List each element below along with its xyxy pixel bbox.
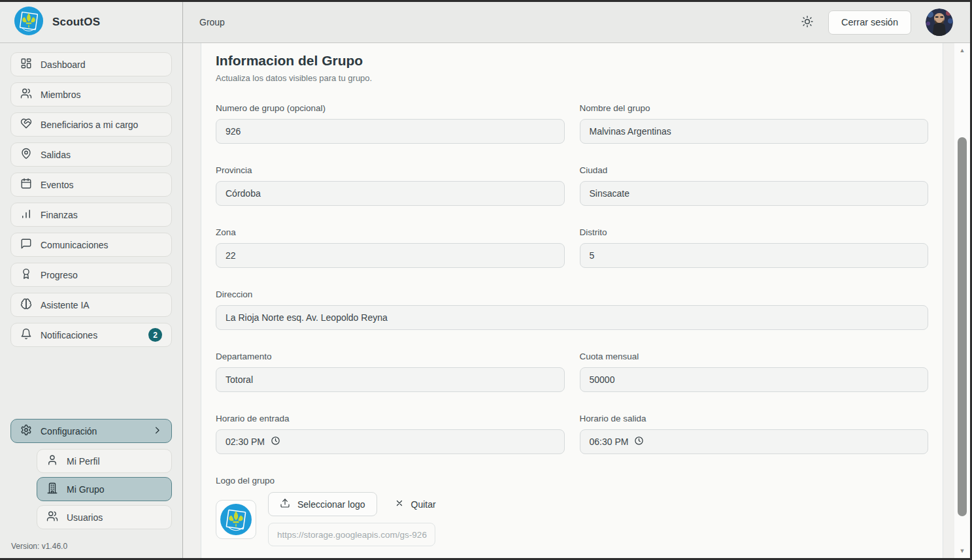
logout-button[interactable]: Cerrar sesión <box>828 10 911 35</box>
app-window: ScoutOS Group Cerrar sesión <box>0 0 972 560</box>
settings-group: Configuración Mi Perfil Mi Grupo Usuario… <box>10 419 172 529</box>
sidebar-item-comunicaciones[interactable]: Comunicaciones <box>10 233 172 257</box>
monthly-fee-input[interactable] <box>580 367 929 392</box>
app-name: ScoutOS <box>52 16 100 29</box>
theme-toggle-button[interactable] <box>801 15 814 30</box>
page-title: Informacion del Grupo <box>216 53 928 69</box>
main-content: Informacion del Grupo Actualiza los dato… <box>183 43 970 558</box>
remove-logo-button[interactable]: Quitar <box>395 499 436 510</box>
address-input[interactable] <box>216 305 928 330</box>
page-subtitle: Actualiza los datos visibles para tu gru… <box>216 73 928 83</box>
select-logo-button[interactable]: Seleccionar logo <box>268 492 377 516</box>
sidebar-item-beneficiarios[interactable]: Beneficiarios a mi cargo <box>10 112 172 137</box>
group-number-input[interactable] <box>216 119 565 144</box>
sidebar-item-notificaciones[interactable]: Notificaciones 2 <box>10 323 172 347</box>
field-label-numero: Numero de grupo (opcional) <box>216 103 565 113</box>
zone-input[interactable] <box>216 243 565 268</box>
field-label-cuota: Cuota mensual <box>580 352 929 361</box>
heart-handshake-icon <box>20 118 32 131</box>
group-name-input[interactable] <box>580 119 929 144</box>
users-icon <box>46 510 58 524</box>
sidebar-item-progreso[interactable]: Progreso <box>10 263 172 287</box>
upload-icon <box>280 498 290 510</box>
sidebar-item-asistente-ia[interactable]: Asistente IA <box>10 293 172 317</box>
sidebar-item-eventos[interactable]: Eventos <box>10 173 172 197</box>
user-icon <box>46 454 58 468</box>
sun-icon <box>801 15 814 30</box>
field-label-departamento: Departamento <box>216 352 565 361</box>
bar-chart-icon <box>20 208 32 222</box>
bell-icon <box>20 328 32 342</box>
group-form-card: Informacion del Grupo Actualiza los dato… <box>201 43 943 558</box>
clock-icon <box>634 436 644 448</box>
province-input[interactable] <box>216 181 565 206</box>
body: Dashboard Miembros Beneficiarios a mi ca… <box>0 43 970 558</box>
calendar-icon <box>20 178 32 191</box>
field-label-entrada: Horario de entrada <box>216 414 565 423</box>
gear-icon <box>20 424 32 438</box>
field-label-nombre: Nombre del grupo <box>580 103 929 113</box>
breadcrumb: Group <box>199 17 225 27</box>
sidebar-item-finanzas[interactable]: Finanzas <box>10 203 172 227</box>
topbar: Group Cerrar sesión <box>183 2 970 42</box>
sidebar-item-mi-grupo[interactable]: Mi Grupo <box>37 477 172 501</box>
sidebar-item-mi-perfil[interactable]: Mi Perfil <box>37 449 172 473</box>
field-label-zona: Zona <box>216 227 565 237</box>
field-label-provincia: Provincia <box>216 165 565 175</box>
header: ScoutOS Group Cerrar sesión <box>0 2 970 43</box>
sidebar-item-usuarios[interactable]: Usuarios <box>37 505 172 529</box>
members-icon <box>20 88 32 101</box>
chevron-right-icon <box>152 425 162 437</box>
group-logo-thumbnail[interactable] <box>216 500 256 539</box>
building-icon <box>46 482 58 496</box>
scroll-up-arrow[interactable]: ▲ <box>954 45 970 56</box>
sidebar-item-configuracion[interactable]: Configuración <box>10 419 172 443</box>
sidebar-item-miembros[interactable]: Miembros <box>10 82 172 107</box>
award-icon <box>20 268 32 282</box>
logo-url-input[interactable]: https://storage.googleapis.com/gs-926 <box>268 523 435 546</box>
clock-icon <box>271 436 280 448</box>
field-label-logo: Logo del grupo <box>216 476 928 486</box>
avatar[interactable] <box>926 8 953 36</box>
scrollbar[interactable]: ▲ ▼ <box>954 43 970 558</box>
department-input[interactable] <box>216 367 565 392</box>
field-label-ciudad: Ciudad <box>580 165 929 175</box>
dashboard-icon <box>20 58 32 71</box>
topbar-actions: Cerrar sesión <box>801 8 953 36</box>
exit-time-input[interactable]: 06:30 PM <box>580 429 929 454</box>
close-icon <box>395 499 404 510</box>
district-input[interactable] <box>580 243 929 268</box>
sidebar: Dashboard Miembros Beneficiarios a mi ca… <box>0 43 183 558</box>
city-input[interactable] <box>580 181 929 206</box>
scoutos-logo-icon <box>14 6 44 39</box>
scrollbar-thumb[interactable] <box>958 137 967 516</box>
field-label-direccion: Direccion <box>216 289 928 299</box>
sidebar-item-dashboard[interactable]: Dashboard <box>10 52 172 76</box>
message-icon <box>20 238 32 252</box>
logo-section: Logo del grupo Seleccionar logo <box>216 476 928 546</box>
field-label-distrito: Distrito <box>580 227 929 237</box>
entry-time-input[interactable]: 02:30 PM <box>216 429 565 454</box>
field-label-salida: Horario de salida <box>580 414 929 423</box>
brain-icon <box>20 298 32 312</box>
sidebar-item-salidas[interactable]: Salidas <box>10 142 172 167</box>
brand: ScoutOS <box>0 2 183 42</box>
scroll-down-arrow[interactable]: ▼ <box>954 546 970 556</box>
version-label: Version: v1.46.0 <box>11 542 67 551</box>
map-pin-icon <box>20 148 32 161</box>
notifications-badge: 2 <box>148 328 162 342</box>
